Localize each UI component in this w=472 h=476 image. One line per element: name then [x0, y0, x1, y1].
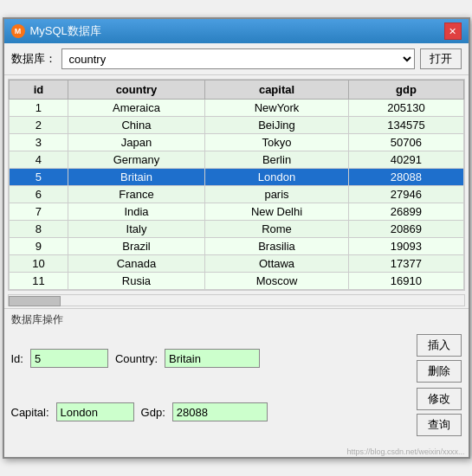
close-button[interactable]: ✕: [444, 23, 462, 40]
cell-country: Italy: [68, 221, 204, 238]
query-button[interactable]: 查询: [417, 414, 462, 436]
table-row[interactable]: 1AmeraicaNewYork205130: [9, 100, 463, 117]
cell-id: 4: [9, 151, 68, 169]
table-row[interactable]: 3JapanTokyo50706: [9, 134, 463, 151]
cell-id: 7: [9, 203, 68, 221]
table-header-row: id country capital gdp: [9, 80, 463, 100]
cell-gdp: 20869: [349, 221, 463, 238]
window-title: MySQL数据库: [30, 23, 101, 39]
cell-gdp: 26899: [349, 203, 463, 221]
id-label: Id:: [11, 352, 23, 365]
cell-gdp: 27946: [349, 186, 463, 203]
cell-capital: London: [204, 169, 349, 186]
cell-id: 3: [9, 134, 68, 151]
cell-capital: Brasilia: [204, 238, 349, 255]
gdp-label: Gdp:: [141, 406, 165, 419]
section-label: 数据库操作: [4, 308, 469, 329]
title-bar-left: M MySQL数据库: [11, 23, 101, 39]
col-gdp: gdp: [349, 80, 463, 100]
cell-id: 5: [9, 169, 68, 186]
cell-capital: NewYork: [204, 100, 349, 117]
cell-id: 1: [9, 100, 68, 117]
main-window: M MySQL数据库 ✕ 数据库： country 打开 id country …: [3, 17, 470, 459]
cell-id: 8: [9, 221, 68, 238]
table-row[interactable]: 7IndiaNew Delhi26899: [9, 203, 463, 221]
cell-capital: paris: [204, 186, 349, 203]
country-input[interactable]: [165, 349, 260, 368]
toolbar: 数据库： country 打开: [4, 43, 469, 75]
cell-capital: Moscow: [204, 273, 349, 290]
cell-id: 10: [9, 255, 68, 273]
cell-country: India: [68, 203, 204, 221]
capital-label: Capital:: [11, 406, 49, 419]
table-row[interactable]: 4GermanyBerlin40291: [9, 151, 463, 169]
table-row[interactable]: 5BritainLondon28088: [9, 169, 463, 186]
col-capital: capital: [204, 80, 349, 100]
cell-gdp: 17377: [349, 255, 463, 273]
cell-capital: Rome: [204, 221, 349, 238]
cell-country: Japan: [68, 134, 204, 151]
cell-capital: New Delhi: [204, 203, 349, 221]
cell-gdp: 205130: [349, 100, 463, 117]
table-row[interactable]: 10CanadaOttawa17377: [9, 255, 463, 273]
cell-gdp: 134575: [349, 117, 463, 134]
db-select[interactable]: country: [61, 48, 415, 69]
cell-id: 6: [9, 186, 68, 203]
watermark: https://blog.csdn.net/weixin/xxxx...: [4, 447, 469, 457]
cell-capital: Berlin: [204, 151, 349, 169]
data-table-container[interactable]: id country capital gdp 1AmeraicaNewYork2…: [8, 79, 465, 291]
cell-capital: BeiJing: [204, 117, 349, 134]
country-label: Country:: [115, 352, 158, 365]
cell-capital: Tokyo: [204, 134, 349, 151]
table-body: 1AmeraicaNewYork2051302ChinaBeiJing13457…: [9, 100, 463, 290]
cell-country: Canada: [68, 255, 204, 273]
table-row[interactable]: 8ItalyRome20869: [9, 221, 463, 238]
id-input[interactable]: [30, 349, 108, 368]
btn-group-1: 插入 删除: [417, 334, 462, 383]
cell-id: 11: [9, 273, 68, 290]
table-row[interactable]: 6Franceparis27946: [9, 186, 463, 203]
table-row[interactable]: 9BrazilBrasilia19093: [9, 238, 463, 255]
data-table: id country capital gdp 1AmeraicaNewYork2…: [9, 80, 464, 290]
cell-gdp: 19093: [349, 238, 463, 255]
gdp-input[interactable]: [172, 402, 268, 421]
capital-input[interactable]: [56, 402, 134, 421]
cell-country: Brazil: [68, 238, 204, 255]
insert-button[interactable]: 插入: [417, 334, 462, 357]
cell-country: Britain: [68, 169, 204, 186]
db-label: 数据库：: [11, 51, 56, 67]
delete-button[interactable]: 删除: [417, 360, 462, 383]
form-area: Id: Country: 插入 删除 Capital: Gdp: 修改 查询: [4, 329, 469, 447]
cell-gdp: 28088: [349, 169, 463, 186]
table-row[interactable]: 11RusiaMoscow16910: [9, 273, 463, 290]
form-row-2: Capital: Gdp: 修改 查询: [11, 388, 462, 436]
cell-country: Rusia: [68, 273, 204, 290]
col-country: country: [68, 80, 204, 100]
btn-group-2: 修改 查询: [417, 388, 462, 436]
cell-capital: Ottawa: [204, 255, 349, 273]
cell-id: 2: [9, 117, 68, 134]
app-icon: M: [11, 24, 25, 38]
cell-id: 9: [9, 238, 68, 255]
open-button[interactable]: 打开: [420, 48, 462, 69]
modify-button[interactable]: 修改: [417, 388, 462, 410]
scrollbar-thumb[interactable]: [9, 296, 61, 306]
cell-gdp: 16910: [349, 273, 463, 290]
col-id: id: [9, 80, 68, 100]
table-row[interactable]: 2ChinaBeiJing134575: [9, 117, 463, 134]
cell-gdp: 40291: [349, 151, 463, 169]
cell-country: China: [68, 117, 204, 134]
form-row-1: Id: Country: 插入 删除: [11, 334, 462, 383]
title-bar: M MySQL数据库 ✕: [4, 19, 469, 43]
cell-country: Germany: [68, 151, 204, 169]
cell-country: Ameraica: [68, 100, 204, 117]
cell-gdp: 50706: [349, 134, 463, 151]
horizontal-scrollbar[interactable]: [8, 294, 465, 306]
cell-country: France: [68, 186, 204, 203]
